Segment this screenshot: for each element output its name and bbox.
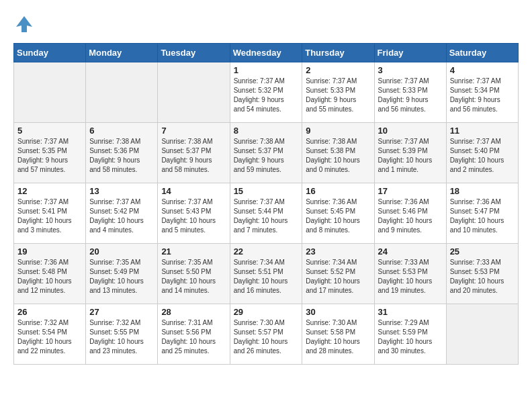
calendar-cell: 26Sunrise: 7:32 AM Sunset: 5:54 PM Dayli… (14, 304, 86, 365)
calendar-cell (86, 62, 158, 123)
day-number: 22 (234, 246, 299, 257)
calendar-cell: 28Sunrise: 7:31 AM Sunset: 5:56 PM Dayli… (158, 304, 230, 365)
day-number: 16 (306, 186, 370, 196)
calendar-cell: 19Sunrise: 7:36 AM Sunset: 5:48 PM Dayli… (14, 244, 86, 304)
calendar-cell: 1Sunrise: 7:37 AM Sunset: 5:32 PM Daylig… (230, 62, 302, 123)
calendar-cell: 29Sunrise: 7:30 AM Sunset: 5:57 PM Dayli… (230, 304, 302, 365)
day-number: 21 (161, 246, 226, 257)
day-info: Sunrise: 7:38 AM Sunset: 5:37 PM Dayligh… (161, 137, 226, 175)
day-header-saturday: Saturday (446, 44, 518, 62)
calendar-cell (14, 62, 86, 123)
calendar-cell: 20Sunrise: 7:35 AM Sunset: 5:49 PM Dayli… (86, 244, 158, 304)
calendar-cell: 9Sunrise: 7:38 AM Sunset: 5:38 PM Daylig… (302, 123, 374, 183)
calendar-cell: 4Sunrise: 7:37 AM Sunset: 5:34 PM Daylig… (446, 62, 518, 123)
calendar-cell: 16Sunrise: 7:36 AM Sunset: 5:45 PM Dayli… (302, 183, 374, 244)
calendar-cell: 8Sunrise: 7:38 AM Sunset: 5:37 PM Daylig… (230, 123, 302, 183)
day-number: 12 (17, 186, 82, 196)
day-number: 19 (17, 246, 82, 257)
day-info: Sunrise: 7:37 AM Sunset: 5:34 PM Dayligh… (450, 77, 515, 114)
day-info: Sunrise: 7:37 AM Sunset: 5:43 PM Dayligh… (161, 197, 226, 235)
calendar-cell: 14Sunrise: 7:37 AM Sunset: 5:43 PM Dayli… (158, 183, 230, 244)
calendar-week-1: 5Sunrise: 7:37 AM Sunset: 5:35 PM Daylig… (14, 123, 519, 183)
svg-marker-0 (16, 16, 32, 32)
logo-bird-icon (13, 13, 35, 38)
day-header-thursday: Thursday (302, 44, 374, 62)
day-info: Sunrise: 7:32 AM Sunset: 5:55 PM Dayligh… (89, 318, 154, 356)
day-info: Sunrise: 7:34 AM Sunset: 5:52 PM Dayligh… (306, 258, 370, 295)
calendar-cell: 7Sunrise: 7:38 AM Sunset: 5:37 PM Daylig… (158, 123, 230, 183)
day-info: Sunrise: 7:37 AM Sunset: 5:33 PM Dayligh… (378, 77, 443, 114)
calendar-cell: 10Sunrise: 7:37 AM Sunset: 5:39 PM Dayli… (374, 123, 446, 183)
day-number: 25 (450, 246, 515, 257)
day-number: 2 (306, 65, 370, 75)
day-number: 7 (161, 126, 226, 136)
day-number: 8 (234, 126, 299, 136)
calendar-cell: 11Sunrise: 7:37 AM Sunset: 5:40 PM Dayli… (446, 123, 518, 183)
day-number: 23 (306, 246, 370, 257)
day-number: 28 (161, 307, 226, 317)
calendar-cell: 30Sunrise: 7:30 AM Sunset: 5:58 PM Dayli… (302, 304, 374, 365)
calendar-cell: 6Sunrise: 7:38 AM Sunset: 5:36 PM Daylig… (86, 123, 158, 183)
day-number: 30 (306, 307, 370, 317)
day-info: Sunrise: 7:38 AM Sunset: 5:36 PM Dayligh… (89, 137, 154, 175)
day-info: Sunrise: 7:30 AM Sunset: 5:57 PM Dayligh… (234, 318, 299, 356)
day-number: 24 (378, 246, 443, 257)
calendar-cell: 5Sunrise: 7:37 AM Sunset: 5:35 PM Daylig… (14, 123, 86, 183)
day-info: Sunrise: 7:32 AM Sunset: 5:54 PM Dayligh… (17, 318, 82, 356)
day-number: 9 (306, 126, 370, 136)
day-header-monday: Monday (86, 44, 158, 62)
day-info: Sunrise: 7:37 AM Sunset: 5:32 PM Dayligh… (234, 77, 299, 114)
day-number: 10 (378, 126, 443, 136)
day-info: Sunrise: 7:36 AM Sunset: 5:45 PM Dayligh… (306, 197, 370, 235)
calendar-cell: 21Sunrise: 7:35 AM Sunset: 5:50 PM Dayli… (158, 244, 230, 304)
day-info: Sunrise: 7:37 AM Sunset: 5:35 PM Dayligh… (17, 137, 82, 175)
day-info: Sunrise: 7:36 AM Sunset: 5:46 PM Dayligh… (378, 197, 443, 235)
day-info: Sunrise: 7:29 AM Sunset: 5:59 PM Dayligh… (378, 318, 443, 356)
day-info: Sunrise: 7:33 AM Sunset: 5:53 PM Dayligh… (378, 258, 443, 295)
day-number: 29 (234, 307, 299, 317)
calendar-cell (158, 62, 230, 123)
day-info: Sunrise: 7:37 AM Sunset: 5:41 PM Dayligh… (17, 197, 82, 235)
calendar-cell: 25Sunrise: 7:33 AM Sunset: 5:53 PM Dayli… (446, 244, 518, 304)
page: SundayMondayTuesdayWednesdayThursdayFrid… (0, 0, 532, 371)
calendar-cell (446, 304, 518, 365)
calendar-cell: 24Sunrise: 7:33 AM Sunset: 5:53 PM Dayli… (374, 244, 446, 304)
calendar-week-0: 1Sunrise: 7:37 AM Sunset: 5:32 PM Daylig… (14, 62, 519, 123)
day-info: Sunrise: 7:37 AM Sunset: 5:33 PM Dayligh… (306, 77, 370, 114)
day-number: 5 (17, 126, 82, 136)
calendar-cell: 15Sunrise: 7:37 AM Sunset: 5:44 PM Dayli… (230, 183, 302, 244)
logo (13, 13, 38, 38)
day-number: 13 (89, 186, 154, 196)
calendar-week-4: 26Sunrise: 7:32 AM Sunset: 5:54 PM Dayli… (14, 304, 519, 365)
day-header-friday: Friday (374, 44, 446, 62)
day-info: Sunrise: 7:34 AM Sunset: 5:51 PM Dayligh… (234, 258, 299, 295)
day-info: Sunrise: 7:38 AM Sunset: 5:38 PM Dayligh… (306, 137, 370, 175)
day-number: 18 (450, 186, 515, 196)
day-number: 3 (378, 65, 443, 75)
day-header-sunday: Sunday (14, 44, 86, 62)
day-number: 4 (450, 65, 515, 75)
day-info: Sunrise: 7:38 AM Sunset: 5:37 PM Dayligh… (234, 137, 299, 175)
calendar-cell: 12Sunrise: 7:37 AM Sunset: 5:41 PM Dayli… (14, 183, 86, 244)
calendar-cell: 17Sunrise: 7:36 AM Sunset: 5:46 PM Dayli… (374, 183, 446, 244)
day-info: Sunrise: 7:35 AM Sunset: 5:50 PM Dayligh… (161, 258, 226, 295)
day-number: 26 (17, 307, 82, 317)
calendar-header-row: SundayMondayTuesdayWednesdayThursdayFrid… (14, 44, 519, 62)
day-number: 17 (378, 186, 443, 196)
calendar-cell: 27Sunrise: 7:32 AM Sunset: 5:55 PM Dayli… (86, 304, 158, 365)
calendar-cell: 22Sunrise: 7:34 AM Sunset: 5:51 PM Dayli… (230, 244, 302, 304)
day-info: Sunrise: 7:37 AM Sunset: 5:40 PM Dayligh… (450, 137, 515, 175)
calendar-cell: 18Sunrise: 7:36 AM Sunset: 5:47 PM Dayli… (446, 183, 518, 244)
day-info: Sunrise: 7:36 AM Sunset: 5:47 PM Dayligh… (450, 197, 515, 235)
day-info: Sunrise: 7:37 AM Sunset: 5:44 PM Dayligh… (234, 197, 299, 235)
day-info: Sunrise: 7:33 AM Sunset: 5:53 PM Dayligh… (450, 258, 515, 295)
calendar-cell: 31Sunrise: 7:29 AM Sunset: 5:59 PM Dayli… (374, 304, 446, 365)
calendar-cell: 13Sunrise: 7:37 AM Sunset: 5:42 PM Dayli… (86, 183, 158, 244)
day-info: Sunrise: 7:37 AM Sunset: 5:42 PM Dayligh… (89, 197, 154, 235)
calendar-cell: 2Sunrise: 7:37 AM Sunset: 5:33 PM Daylig… (302, 62, 374, 123)
day-info: Sunrise: 7:36 AM Sunset: 5:48 PM Dayligh… (17, 258, 82, 295)
calendar-cell: 23Sunrise: 7:34 AM Sunset: 5:52 PM Dayli… (302, 244, 374, 304)
day-number: 31 (378, 307, 443, 317)
day-header-tuesday: Tuesday (158, 44, 230, 62)
day-number: 20 (89, 246, 154, 257)
